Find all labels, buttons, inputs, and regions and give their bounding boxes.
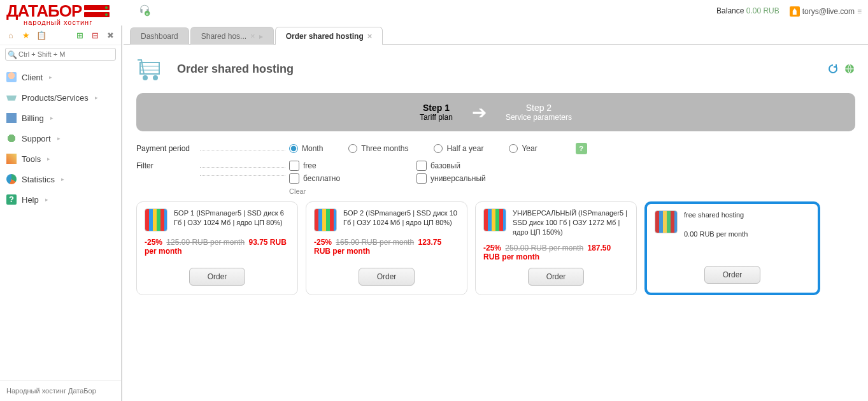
plan-icon bbox=[145, 208, 167, 231]
step-2: Step 2 Service parameters bbox=[506, 103, 572, 122]
sidebar-item-help[interactable]: ?Help▸ bbox=[0, 189, 121, 210]
chevron-right-icon: ▸ bbox=[49, 74, 52, 80]
user-avatar-icon bbox=[790, 6, 800, 17]
sidebar: ⌂ ★ 📋 ⊞ ⊟ ✖ 🔍 Client▸ Products/Services▸… bbox=[0, 26, 122, 401]
billing-icon bbox=[6, 113, 17, 123]
payment-period-row: Payment period Month Three months Half a… bbox=[136, 143, 855, 154]
sidebar-search: 🔍 bbox=[5, 48, 116, 61]
svg-point-5 bbox=[143, 75, 148, 80]
sidebar-nav: Client▸ Products/Services▸ Billing▸ Supp… bbox=[0, 63, 121, 380]
sidebar-item-statistics[interactable]: Statistics▸ bbox=[0, 169, 121, 189]
plan-card-free: free shared hosting 0.00 RUB per month O… bbox=[644, 201, 820, 295]
filter-free-ru[interactable]: бесплатно bbox=[289, 173, 378, 184]
plan-icon bbox=[483, 208, 506, 231]
close-icon[interactable]: × bbox=[250, 31, 255, 41]
client-icon bbox=[6, 72, 17, 82]
chevron-right-icon: ▸ bbox=[95, 94, 98, 101]
svg-point-6 bbox=[153, 75, 158, 80]
order-button[interactable]: Order bbox=[359, 268, 415, 286]
search-icon: 🔍 bbox=[8, 50, 17, 59]
filter-basic[interactable]: базовый bbox=[416, 161, 506, 171]
chevron-right-icon: ▸ bbox=[57, 135, 60, 142]
chevron-right-icon: ▸ bbox=[259, 32, 263, 41]
user-email: torys@live.com bbox=[802, 7, 855, 16]
plan-card-universal: УНИВЕРСАЛЬНЫЙ (ISPmanager5 | SSD диск 10… bbox=[475, 201, 637, 295]
filter-row-1: Filter free базовый bbox=[136, 161, 855, 171]
plan-card-bor2: БОР 2 (ISPmanager5 | SSD диск 10 Гб | ОЗ… bbox=[306, 201, 467, 295]
sidebar-toolbar: ⌂ ★ 📋 ⊞ ⊟ ✖ bbox=[0, 26, 121, 45]
collapse-icon[interactable]: ⊟ bbox=[89, 29, 101, 41]
plan-card-bor1: БОР 1 (ISPmanager5 | SSD диск 6 Гб | ОЗУ… bbox=[136, 201, 298, 295]
tab-shared-hosting[interactable]: Shared hos...×▸ bbox=[190, 27, 274, 45]
chevron-right-icon: ▸ bbox=[47, 156, 50, 162]
plan-price: -25% 165.00 RUB per month 123.75 RUB per… bbox=[314, 238, 459, 256]
period-month[interactable]: Month bbox=[289, 144, 323, 153]
svg-text:0: 0 bbox=[146, 12, 148, 16]
shopping-cart-icon bbox=[136, 56, 167, 82]
order-button[interactable]: Order bbox=[189, 268, 246, 286]
wizard-steps: Step 1 Tariff plan ➔ Step 2 Service para… bbox=[136, 93, 855, 131]
order-button[interactable]: Order bbox=[704, 266, 761, 284]
search-input[interactable] bbox=[5, 48, 116, 61]
arrow-right-icon: ➔ bbox=[472, 102, 487, 123]
sidebar-item-products[interactable]: Products/Services▸ bbox=[0, 87, 121, 108]
step-1: Step 1 Tariff plan bbox=[420, 103, 453, 122]
sidebar-item-tools[interactable]: Tools▸ bbox=[0, 149, 121, 169]
filter-free[interactable]: free bbox=[289, 161, 378, 171]
sidebar-footer: Народный хостинг ДатаБор bbox=[0, 380, 121, 401]
brand-logo[interactable]: ДАТАБОР народный хостинг bbox=[6, 3, 110, 26]
tab-dashboard[interactable]: Dashboard bbox=[130, 27, 189, 45]
plan-name: БОР 2 (ISPmanager5 | SSD диск 10 Гб | ОЗ… bbox=[343, 208, 459, 231]
headset-support-icon[interactable]: 0 bbox=[138, 4, 152, 17]
plan-name: УНИВЕРСАЛЬНЫЙ (ISPmanager5 | SSD диск 10… bbox=[513, 208, 629, 237]
plan-name: БОР 1 (ISPmanager5 | SSD диск 6 Гб | ОЗУ… bbox=[174, 208, 290, 231]
support-icon bbox=[6, 133, 17, 143]
help-badge-icon[interactable]: ? bbox=[576, 143, 587, 154]
sidebar-item-billing[interactable]: Billing▸ bbox=[0, 108, 121, 128]
home-icon[interactable]: ⌂ bbox=[5, 29, 17, 41]
plan-price: -25% 250.00 RUB per month 187.50 RUB per… bbox=[483, 244, 629, 261]
statistics-icon bbox=[6, 174, 17, 184]
page-title: Order shared hosting bbox=[177, 62, 294, 76]
sidebar-item-support[interactable]: Support▸ bbox=[0, 128, 121, 149]
help-icon: ? bbox=[6, 194, 17, 205]
balance-display: Balance 0.00 RUB bbox=[716, 3, 779, 15]
star-icon[interactable]: ★ bbox=[20, 29, 32, 41]
close-sidebar-icon[interactable]: ✖ bbox=[104, 29, 116, 41]
dropdown-icon: ≡ bbox=[857, 7, 862, 16]
chevron-right-icon: ▸ bbox=[61, 176, 64, 182]
close-icon[interactable]: × bbox=[367, 31, 373, 41]
page-header: Order shared hosting bbox=[136, 56, 855, 82]
order-button[interactable]: Order bbox=[528, 268, 585, 286]
filter-row-2: бесплатно универсальный bbox=[136, 173, 855, 184]
brand-bars-icon bbox=[84, 5, 110, 17]
payment-period-label: Payment period bbox=[136, 144, 192, 153]
page-content: Order shared hosting Step 1 Tariff plan … bbox=[124, 45, 868, 401]
plan-cards: БОР 1 (ISPmanager5 | SSD диск 6 Гб | ОЗУ… bbox=[136, 201, 855, 295]
filter-universal[interactable]: универсальный bbox=[416, 173, 506, 184]
plan-name: free shared hosting 0.00 RUB per month bbox=[684, 210, 748, 239]
tab-bar: Dashboard Shared hos...×▸ Order shared h… bbox=[124, 26, 868, 45]
tools-icon bbox=[6, 154, 17, 164]
products-icon bbox=[6, 92, 17, 103]
clear-filters[interactable]: Clear bbox=[289, 187, 855, 195]
plan-icon bbox=[314, 208, 337, 231]
brand-name: ДАТАБОР bbox=[6, 3, 82, 19]
main-area: Dashboard Shared hos...×▸ Order shared h… bbox=[124, 26, 868, 401]
clipboard-icon[interactable]: 📋 bbox=[36, 29, 47, 41]
period-three-months[interactable]: Three months bbox=[348, 144, 408, 153]
period-year[interactable]: Year bbox=[509, 144, 537, 153]
user-menu[interactable]: torys@live.com ≡ bbox=[790, 3, 862, 17]
filter-label: Filter bbox=[136, 161, 156, 170]
tab-order-shared-hosting[interactable]: Order shared hosting× bbox=[275, 27, 383, 45]
plan-icon bbox=[655, 210, 678, 233]
chevron-right-icon: ▸ bbox=[50, 115, 53, 121]
globe-icon[interactable] bbox=[844, 63, 855, 75]
chevron-right-icon: ▸ bbox=[45, 196, 48, 203]
refresh-icon[interactable] bbox=[827, 63, 839, 75]
period-half-year[interactable]: Half a year bbox=[434, 144, 483, 153]
expand-icon[interactable]: ⊞ bbox=[74, 29, 85, 41]
plan-price: -25% 125.00 RUB per month 93.75 RUB per … bbox=[145, 238, 290, 256]
sidebar-item-client[interactable]: Client▸ bbox=[0, 67, 121, 87]
top-bar: ДАТАБОР народный хостинг 0 Balance 0.00 … bbox=[0, 0, 868, 26]
